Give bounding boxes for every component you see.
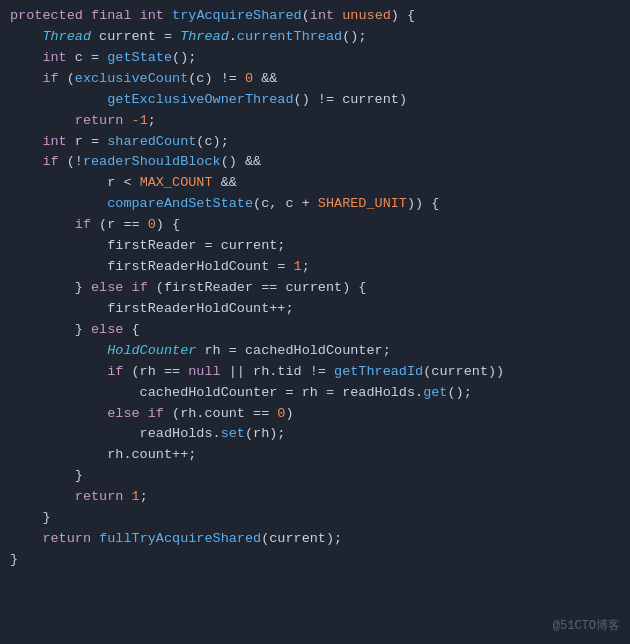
code-line: if (rh == null || rh.tid != getThreadId(… <box>10 362 620 383</box>
code-line: firstReaderHoldCount = 1; <box>10 257 620 278</box>
code-line: readHolds.set(rh); <box>10 424 620 445</box>
code-line: if (exclusiveCount(c) != 0 && <box>10 69 620 90</box>
code-line: Thread current = Thread.currentThread(); <box>10 27 620 48</box>
code-line: return 1; <box>10 487 620 508</box>
code-line: firstReader = current; <box>10 236 620 257</box>
code-line: int r = sharedCount(c); <box>10 132 620 153</box>
code-line: } else if (firstReader == current) { <box>10 278 620 299</box>
code-line: rh.count++; <box>10 445 620 466</box>
code-line: } <box>10 550 620 571</box>
code-line: HoldCounter rh = cachedHoldCounter; <box>10 341 620 362</box>
code-block: protected final int tryAcquireShared(int… <box>0 0 630 581</box>
code-line: firstReaderHoldCount++; <box>10 299 620 320</box>
code-line: cachedHoldCounter = rh = readHolds.get()… <box>10 383 620 404</box>
code-line: return -1; <box>10 111 620 132</box>
code-line: compareAndSetState(c, c + SHARED_UNIT)) … <box>10 194 620 215</box>
code-line: protected final int tryAcquireShared(int… <box>10 6 620 27</box>
code-line: } else { <box>10 320 620 341</box>
code-line: r < MAX_COUNT && <box>10 173 620 194</box>
watermark: @51CTO博客 <box>553 617 620 636</box>
code-line: } <box>10 466 620 487</box>
code-line: else if (rh.count == 0) <box>10 404 620 425</box>
code-line: if (r == 0) { <box>10 215 620 236</box>
code-line: getExclusiveOwnerThread() != current) <box>10 90 620 111</box>
code-line: if (!readerShouldBlock() && <box>10 152 620 173</box>
code-line: } <box>10 508 620 529</box>
code-line: return fullTryAcquireShared(current); <box>10 529 620 550</box>
code-line: int c = getState(); <box>10 48 620 69</box>
